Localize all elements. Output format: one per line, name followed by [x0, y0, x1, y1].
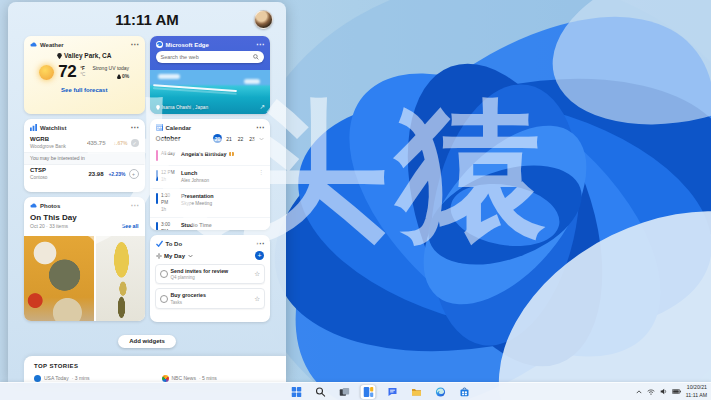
chat-button[interactable]	[385, 385, 400, 399]
photos-widget[interactable]: Photos ⋯ On This Day Oct 20 · 33 items S…	[24, 197, 145, 321]
weather-details: Strong UV today 0%	[92, 65, 129, 79]
watchlist-more-icon[interactable]: ⋯	[131, 126, 139, 130]
event-time: 3:00 PM	[161, 221, 178, 230]
edge-widget[interactable]: Microsoft Edge ⋯ Search the web	[150, 36, 271, 114]
calendar-more-icon[interactable]: ⋯	[256, 126, 264, 130]
task-complete-circle[interactable]	[160, 270, 168, 278]
task-buy-groceries[interactable]: Buy groceries Tasks ☆	[155, 288, 266, 308]
unit-celsius[interactable]: °C	[80, 72, 85, 78]
todo-widget[interactable]: To Do ⋯ My Day +	[150, 235, 271, 322]
kebab-menu-icon[interactable]: ⋮	[258, 169, 264, 175]
edge-background-photo: Isama Ohashi , Japan ↗	[150, 70, 271, 114]
stock-symbol: CTSP	[30, 167, 47, 175]
calendar-date[interactable]: 21	[225, 134, 234, 143]
file-explorer-button[interactable]	[409, 385, 424, 399]
photo-thumbnail-1[interactable]	[24, 236, 94, 321]
edge-search-box[interactable]: Search the web	[156, 51, 265, 63]
search-button[interactable]	[313, 385, 328, 399]
event-color-bar	[156, 193, 159, 204]
calendar-date[interactable]: 22	[236, 134, 245, 143]
weather-current: 72 °F °C Strong UV today 0%	[24, 62, 145, 82]
weather-cloud-icon	[30, 41, 37, 48]
search-placeholder: Search the web	[161, 54, 199, 60]
see-all-link[interactable]: See all	[122, 223, 139, 229]
calendar-date[interactable]: 23	[248, 134, 257, 143]
tray-clock[interactable]: 10/20/21 11:11 AM	[686, 384, 707, 398]
calendar-month-label: October	[156, 135, 181, 142]
user-avatar[interactable]	[254, 10, 273, 29]
folder-icon	[411, 387, 421, 397]
chat-bubble-icon	[387, 387, 397, 397]
weather-widget-title: Weather	[40, 42, 64, 48]
add-task-button[interactable]: +	[255, 251, 264, 260]
watchlist-chart-icon	[30, 124, 37, 131]
expand-icon[interactable]: ↗	[260, 103, 265, 111]
stock-row-wgrb[interactable]: WGRB Woodgrove Bank 435.75 ↓.67% ✓	[24, 134, 145, 152]
stock-name: Woodgrove Bank	[30, 144, 66, 150]
widgets-grid: Weather ⋯ Valley Park, CA 72 °F °C	[8, 34, 286, 322]
photos-widget-header: Photos ⋯	[24, 197, 145, 212]
event-angela-birthday[interactable]: All day Angela's Birthday	[150, 146, 271, 165]
weather-more-icon[interactable]: ⋯	[131, 43, 139, 47]
edge-widget-header: Microsoft Edge ⋯	[150, 36, 271, 51]
tray-date: 10/20/21	[686, 384, 707, 391]
widgets-column-right: Microsoft Edge ⋯ Search the web	[150, 36, 271, 322]
system-tray: 10/20/21 11:11 AM	[636, 383, 707, 400]
search-icon	[315, 387, 325, 397]
stock-added-icon[interactable]: ✓	[131, 139, 139, 147]
weather-temperature: 72	[58, 62, 76, 82]
add-widgets-button[interactable]: Add widgets	[118, 335, 176, 348]
todo-more-icon[interactable]: ⋯	[256, 242, 264, 246]
star-icon[interactable]: ☆	[254, 295, 260, 303]
star-icon[interactable]: ☆	[254, 270, 260, 278]
event-time: 12 PM	[161, 169, 178, 176]
photos-more-icon[interactable]: ⋯	[131, 204, 139, 208]
watchlist-widget-title: Watchlist	[40, 125, 66, 131]
volume-icon[interactable]	[660, 388, 667, 395]
start-button[interactable]	[289, 385, 304, 399]
task-view-button[interactable]	[337, 385, 352, 399]
stock-name: Contoso	[30, 175, 47, 181]
event-lunch[interactable]: 12 PM 1h Lunch Alex Johnson ⋮	[150, 166, 271, 188]
chevron-down-icon[interactable]	[259, 137, 264, 141]
microsoft-store-button[interactable]	[457, 385, 472, 399]
edge-logo-icon	[156, 41, 163, 48]
weather-condition: Strong UV today	[92, 65, 129, 71]
calendar-date-selected[interactable]: 20	[213, 134, 222, 143]
task-send-invites[interactable]: Send invites for review Q4 planning ☆	[155, 264, 266, 284]
event-presentation[interactable]: 1:30 PM 1h Presentation Skype Meeting	[150, 189, 271, 217]
photo-thumbnail-2[interactable]	[96, 236, 145, 321]
see-full-forecast-link[interactable]: See full forecast	[24, 87, 145, 93]
event-subtitle: Skype Meeting	[181, 200, 214, 207]
calendar-widget-header: Calendar ⋯	[150, 119, 271, 134]
event-studio-time[interactable]: 3:00 PM 3h Studio Time Conf Rm 32/35	[150, 218, 271, 230]
edge-browser-button[interactable]	[433, 385, 448, 399]
tray-chevron-up-icon[interactable]	[636, 390, 642, 394]
task-subtitle: Tasks	[171, 300, 206, 305]
stock-add-icon[interactable]: +	[129, 169, 139, 179]
weather-precipitation: 0%	[122, 73, 129, 79]
my-day-label[interactable]: My Day	[164, 253, 185, 259]
edge-photo-caption: Isama Ohashi , Japan	[162, 105, 209, 110]
task-title: Buy groceries	[171, 292, 206, 299]
weather-location[interactable]: Valley Park, CA	[24, 52, 145, 59]
wifi-icon[interactable]	[647, 389, 655, 395]
event-color-bar	[156, 170, 159, 181]
event-duration: 1h	[161, 176, 178, 183]
stock-row-ctsp[interactable]: CTSP Contoso 23.98 +2.23% +	[24, 165, 145, 183]
widgets-panel: 11:11 AM Weather ⋯ Valley Park, CA	[8, 2, 286, 383]
search-icon	[253, 54, 259, 60]
weather-unit-toggle[interactable]: °F °C	[80, 66, 85, 78]
calendar-widget[interactable]: Calendar ⋯ October 20 21 22 23 Al	[150, 119, 271, 230]
weather-widget[interactable]: Weather ⋯ Valley Park, CA 72 °F °C	[24, 36, 145, 114]
task-complete-circle[interactable]	[160, 295, 168, 303]
widgets-button[interactable]	[361, 385, 376, 399]
photos-strip	[24, 236, 145, 321]
calendar-date-strip: October 20 21 22 23	[150, 134, 271, 146]
edge-more-icon[interactable]: ⋯	[256, 43, 264, 47]
watchlist-widget[interactable]: Watchlist ⋯ WGRB Woodgrove Bank 435.75 ↓…	[24, 119, 145, 192]
event-subtitle: Alex Johnson	[181, 177, 209, 184]
battery-icon[interactable]	[672, 389, 681, 394]
watchlist-widget-header: Watchlist ⋯	[24, 119, 145, 134]
chevron-down-icon[interactable]	[188, 254, 193, 258]
